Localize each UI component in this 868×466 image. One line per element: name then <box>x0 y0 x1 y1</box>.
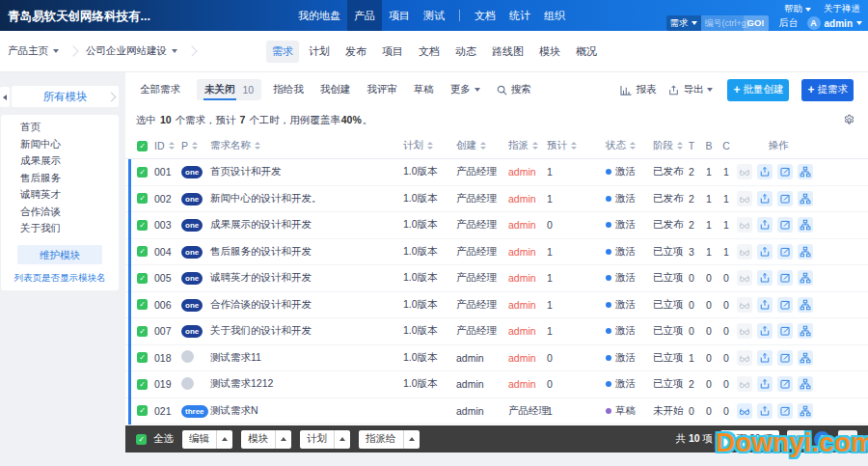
story-row[interactable]: ✓002one新闻中心的设计和开发。1.0版本产品经理admin1激活已发布21… <box>125 186 868 213</box>
subdivide-button[interactable] <box>798 217 813 233</box>
review-button[interactable] <box>737 403 752 419</box>
edit-button[interactable] <box>777 376 793 392</box>
story-title[interactable]: 测试需求1212 <box>210 377 403 391</box>
subdivide-button[interactable] <box>798 244 813 260</box>
change-button[interactable] <box>757 403 773 419</box>
row-checkbox[interactable]: ✓ <box>137 326 154 337</box>
product-tab[interactable]: 概况 <box>570 41 603 63</box>
change-button[interactable] <box>757 376 773 392</box>
product-tab[interactable]: 动态 <box>449 41 482 63</box>
story-row[interactable]: ✓007one关于我们的设计和开发1.0版本产品经理admin1激活已立项000 <box>125 318 868 345</box>
review-button[interactable] <box>737 191 752 206</box>
breadcrumb-item[interactable]: 产品主页 <box>8 44 59 58</box>
col-stage[interactable]: 阶段 <box>653 139 683 152</box>
product-tab[interactable]: 计划 <box>303 41 336 63</box>
breadcrumb-item[interactable]: 公司企业网站建设 <box>86 44 177 58</box>
change-button[interactable] <box>757 164 773 179</box>
report-button[interactable]: 报表 <box>620 83 656 96</box>
topnav-item[interactable]: 文档 <box>468 0 502 31</box>
row-checkbox[interactable]: ✓ <box>137 167 154 178</box>
edit-button[interactable] <box>777 297 793 313</box>
product-tab[interactable]: 项目 <box>376 41 409 63</box>
product-tab[interactable]: 路线图 <box>486 41 529 63</box>
change-button[interactable] <box>757 270 773 286</box>
subdivide-button[interactable] <box>798 403 813 419</box>
change-button[interactable] <box>757 191 773 206</box>
row-checkbox[interactable]: ✓ <box>137 273 154 284</box>
col-plan[interactable]: 计划 <box>403 139 456 152</box>
row-checkbox[interactable]: ✓ <box>137 379 154 390</box>
story-row[interactable]: ✓001one首页设计和开发1.0版本产品经理admin1激活已发布211 <box>125 159 868 186</box>
about-link[interactable]: 关于禅道 <box>824 3 860 15</box>
edit-button[interactable] <box>777 403 793 419</box>
row-checkbox[interactable]: ✓ <box>137 193 154 204</box>
batch-action-button[interactable]: 指派给 <box>359 430 420 449</box>
filter-tab[interactable]: 指给我 <box>273 83 304 96</box>
review-button[interactable] <box>737 164 752 179</box>
change-button[interactable] <box>757 350 773 366</box>
edit-button[interactable] <box>777 164 793 179</box>
module-item[interactable]: 首页 <box>1 119 119 136</box>
topnav-item[interactable]: 组织 <box>537 0 572 31</box>
subdivide-button[interactable] <box>798 270 813 286</box>
review-button[interactable] <box>737 244 752 260</box>
help-menu[interactable]: 帮助 <box>784 3 811 15</box>
module-item[interactable]: 成果展示 <box>1 152 119 170</box>
col-id[interactable]: ID <box>154 140 181 151</box>
edit-button[interactable] <box>777 217 793 233</box>
col-pri[interactable]: P <box>181 140 210 151</box>
module-item[interactable]: 关于我们 <box>1 220 119 237</box>
review-button[interactable] <box>737 350 752 366</box>
search-toggle[interactable]: 搜索 <box>497 83 531 96</box>
col-estimate[interactable]: 预计 <box>547 139 606 152</box>
product-tab[interactable]: 需求 <box>266 41 299 63</box>
change-button[interactable] <box>757 297 773 313</box>
col-c[interactable]: C <box>718 140 735 151</box>
story-title[interactable]: 合作洽谈的设计和开发 <box>210 298 403 312</box>
filter-tab[interactable]: 我评审 <box>366 83 397 96</box>
col-b[interactable]: B <box>700 140 718 151</box>
row-checkbox[interactable]: ✓ <box>137 352 154 363</box>
filter-tab[interactable]: 草稿 <box>414 83 434 96</box>
sidebar-collapse-button[interactable] <box>0 87 10 107</box>
story-title[interactable]: 测试需求11 <box>210 351 403 365</box>
story-row[interactable]: ✓021three测试需求Nadmin产品经理1草稿未开始000 <box>125 398 868 425</box>
topnav-item[interactable]: 我的地盘 <box>291 0 347 31</box>
subdivide-button[interactable] <box>798 164 813 179</box>
subdivide-button[interactable] <box>798 191 813 206</box>
story-title[interactable]: 关于我们的设计和开发 <box>210 324 403 338</box>
sidebar-header[interactable]: 所有模块 <box>12 86 119 107</box>
product-tab[interactable]: 发布 <box>339 41 372 63</box>
row-checkbox[interactable]: ✓ <box>137 246 154 257</box>
topnav-item[interactable]: 测试 <box>417 0 451 31</box>
review-button[interactable] <box>737 323 752 339</box>
review-button[interactable] <box>737 297 752 313</box>
col-t[interactable]: T <box>683 140 700 151</box>
select-all-checkbox[interactable]: ✓ <box>136 434 147 445</box>
more-menu[interactable]: 更多 <box>450 83 480 96</box>
header-checkbox[interactable]: ✓ <box>137 141 154 151</box>
row-checkbox[interactable]: ✓ <box>137 220 154 231</box>
story-row[interactable]: ✓018测试需求111.0版本adminadmin0激活已立项100 <box>125 345 868 372</box>
maintain-module-button[interactable]: 维护模块 <box>17 245 102 264</box>
story-row[interactable]: ✓004one售后服务的设计和开发1.0版本产品经理admin1激活已立项311 <box>125 239 868 266</box>
batch-action-button[interactable]: 模块 <box>241 430 291 449</box>
module-item[interactable]: 新闻中心 <box>1 136 119 153</box>
row-checkbox[interactable]: ✓ <box>137 405 154 416</box>
gear-icon[interactable] <box>843 114 855 126</box>
admin-console-link[interactable]: 后台 <box>779 16 799 30</box>
col-create[interactable]: 创建 <box>456 139 508 152</box>
search-input[interactable]: 编号(ctrl+g) <box>701 15 744 31</box>
module-item[interactable]: 售后服务 <box>1 170 119 187</box>
col-assign[interactable]: 指派 <box>508 139 547 152</box>
change-button[interactable] <box>757 323 773 339</box>
story-row[interactable]: ✓003one成果展示的设计和开发1.0版本产品经理admin0激活已发布211 <box>125 212 868 239</box>
search-type-select[interactable]: 需求 <box>666 15 701 31</box>
story-title[interactable]: 诚聘英才的设计和开发 <box>210 271 403 285</box>
edit-button[interactable] <box>777 350 793 366</box>
add-story-button[interactable]: +提需求 <box>801 79 854 101</box>
subdivide-button[interactable] <box>798 297 813 313</box>
batch-create-button[interactable]: +批量创建 <box>727 79 789 101</box>
review-button[interactable] <box>737 217 752 233</box>
story-row[interactable]: ✓006one合作洽谈的设计和开发1.0版本产品经理admin1激活已立项000 <box>125 292 868 319</box>
